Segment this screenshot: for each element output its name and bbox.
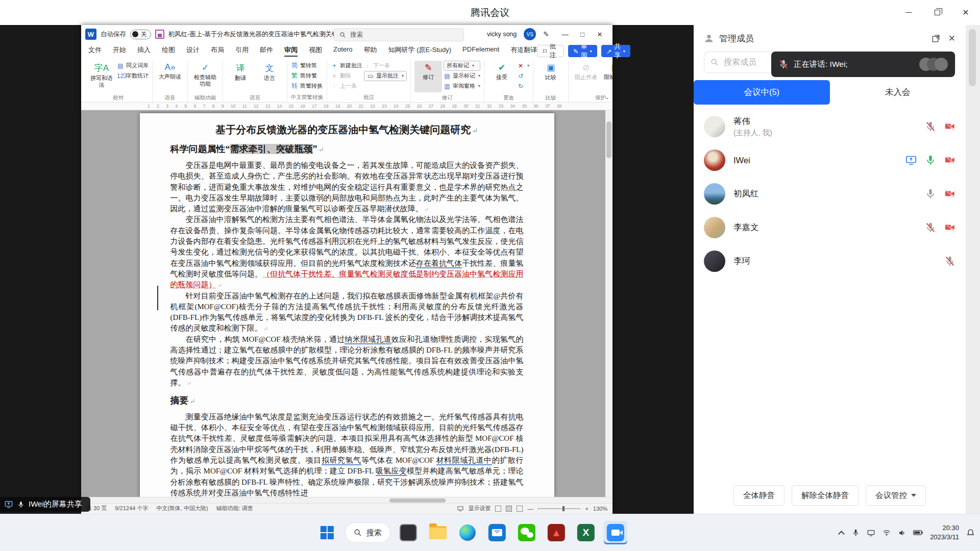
word-menu-tab[interactable]: 有道翻译: [510, 45, 537, 57]
word-menu-tab[interactable]: 文件: [88, 45, 102, 57]
comments-button[interactable]: 批注: [537, 45, 564, 57]
word-menu-tab[interactable]: 开始: [113, 45, 126, 57]
ribbon-button[interactable]: ▦限制编辑: [601, 61, 612, 92]
word-minimize-button[interactable]: —: [556, 31, 574, 38]
word-menu-tab[interactable]: 邮件: [260, 45, 273, 57]
word-menu-tab[interactable]: 知网研学 (原E-Study): [388, 45, 452, 57]
app-window-icon[interactable]: [397, 521, 420, 544]
zoom-level[interactable]: 130%: [593, 506, 607, 512]
tray-battery-icon[interactable]: [913, 530, 923, 536]
tab-not-joined[interactable]: 未入会: [830, 80, 966, 105]
account-name[interactable]: vicky song: [487, 31, 517, 38]
review-mode-button[interactable]: ✎ 审阅▾: [568, 45, 597, 57]
word-menu-tab[interactable]: 视图: [309, 45, 322, 57]
ribbon-button[interactable]: ✔接受: [488, 61, 516, 92]
start-button[interactable]: [315, 521, 339, 544]
document-page[interactable]: 基于分布反馈激光器的变压器油中氢气检测关键问题研究 科学问题属性“需求牵引、突破…: [140, 113, 554, 497]
zoom-out-button[interactable]: —: [527, 506, 533, 512]
ribbon-button[interactable]: ⊘阻止作者: [572, 61, 600, 92]
tray-cast-icon[interactable]: [867, 529, 875, 537]
ribbon-button[interactable]: ▣比较: [537, 61, 565, 92]
ribbon-button[interactable]: 文语言: [256, 61, 283, 92]
word-maximize-button[interactable]: □: [574, 31, 591, 38]
word-close-button[interactable]: ✕: [591, 31, 608, 38]
ribbon-button[interactable]: 简繁转简: [291, 61, 323, 71]
member-row[interactable]: 初凤红: [704, 177, 955, 211]
ribbon-button[interactable]: ▭显示批注▾: [364, 71, 407, 81]
excel-icon[interactable]: X: [574, 521, 598, 544]
word-menu-tab[interactable]: PDFelement: [462, 45, 499, 57]
accessibility-status[interactable]: 辅助功能: 调查: [216, 505, 253, 512]
tray-volume-icon[interactable]: [898, 529, 906, 537]
word-menu-tab[interactable]: 引用: [235, 45, 249, 57]
word-menu-tab[interactable]: 审阅: [284, 45, 298, 57]
scrollbar-thumb[interactable]: [389, 498, 446, 503]
ribbon-button[interactable]: ✕删除: [331, 71, 362, 81]
taskbar-search[interactable]: 搜索: [345, 522, 390, 543]
ribbon-button[interactable]: ▥审阅窗格▾: [444, 81, 480, 91]
web-layout-icon[interactable]: [517, 506, 523, 512]
ribbon-button[interactable]: 繁简转繁: [291, 71, 323, 81]
inking-icon[interactable]: ✎: [543, 30, 549, 38]
meeting-controls-button[interactable]: 会议管控: [866, 485, 926, 506]
ribbon-button[interactable]: 译翻译: [227, 61, 254, 92]
ribbon-button[interactable]: +新建批注: [331, 61, 362, 71]
ribbon-button[interactable]: ✓检查辅助功能: [191, 61, 219, 92]
share-button[interactable]: ↗ 共享▾: [601, 45, 630, 57]
scrollbar-thumb[interactable]: [606, 121, 611, 158]
word-menu-tab[interactable]: 布局: [211, 45, 224, 57]
ribbon-button[interactable]: 123字数统计: [117, 71, 149, 81]
cam-off-icon[interactable]: [944, 121, 955, 132]
close-button[interactable]: ✕: [951, 0, 980, 25]
display-settings-label[interactable]: 显示设置: [468, 505, 491, 512]
wechat-icon[interactable]: [515, 521, 538, 544]
taskbar-clock[interactable]: 20:30 2023/3/11: [930, 523, 959, 541]
ribbon-button[interactable]: ↑上一条: [331, 81, 362, 91]
panel-scrollbar[interactable]: [966, 25, 980, 514]
panel-close-icon[interactable]: ✕: [948, 33, 955, 44]
tray-network-icon[interactable]: [883, 529, 891, 537]
mic-off-icon[interactable]: [925, 222, 936, 233]
account-avatar[interactable]: VS: [524, 28, 536, 40]
read-mode-icon[interactable]: [495, 506, 501, 512]
notification-bell-icon[interactable]: [966, 529, 975, 537]
word-menu-tab[interactable]: 设计: [186, 45, 200, 57]
word-vertical-scrollbar[interactable]: [605, 110, 612, 497]
edge-browser-icon[interactable]: [456, 521, 479, 544]
ribbon-button[interactable]: ▤同义词库: [117, 61, 149, 71]
ribbon-button[interactable]: 转简繁转换: [291, 81, 323, 91]
screen-share-icon[interactable]: [905, 155, 917, 166]
mute-all-button[interactable]: 全体静音: [733, 485, 785, 506]
ribbon-button[interactable]: 所有标记▾: [444, 61, 480, 71]
mic-off-icon[interactable]: [925, 121, 936, 132]
word-count[interactable]: 9/21244 个字: [115, 505, 148, 512]
ribbon-button[interactable]: ↻: [517, 81, 529, 91]
restore-button[interactable]: [923, 0, 951, 25]
tray-overflow-icon[interactable]: [838, 531, 845, 537]
zoom-slider-thumb[interactable]: [562, 506, 565, 511]
mic-off-icon[interactable]: [944, 256, 955, 267]
word-menu-tab[interactable]: 绘图: [162, 45, 175, 57]
save-icon[interactable]: [155, 30, 164, 39]
member-row[interactable]: 李珂: [704, 244, 955, 278]
member-row[interactable]: 蒋伟(主持人, 我): [704, 110, 955, 143]
ribbon-button[interactable]: ▤显示标记▾: [444, 71, 480, 81]
autosave-toggle[interactable]: 关: [130, 30, 151, 39]
print-layout-icon[interactable]: [506, 506, 512, 512]
mic-idle-icon[interactable]: [925, 188, 936, 199]
tencent-meeting-icon[interactable]: [604, 521, 627, 544]
cam-off-icon[interactable]: [944, 188, 955, 199]
minimize-button[interactable]: [894, 0, 923, 25]
cam-off-icon[interactable]: [944, 155, 955, 166]
ribbon-button[interactable]: ↓下一条: [364, 61, 407, 71]
mail-app-icon[interactable]: [485, 521, 509, 544]
popout-icon[interactable]: [932, 34, 940, 43]
unmute-all-button[interactable]: 解除全体静音: [792, 485, 859, 506]
language-status[interactable]: 中文(简体, 中国大陆): [156, 505, 208, 512]
mic-on-icon[interactable]: [925, 155, 936, 166]
ribbon-button[interactable]: ✎修订: [414, 61, 442, 92]
word-menu-tab[interactable]: 插入: [137, 45, 151, 57]
word-menu-tab[interactable]: Zotero: [333, 45, 353, 57]
ribbon-collapse-icon[interactable]: ⌄: [605, 94, 609, 100]
tray-mic-icon[interactable]: [852, 529, 860, 537]
